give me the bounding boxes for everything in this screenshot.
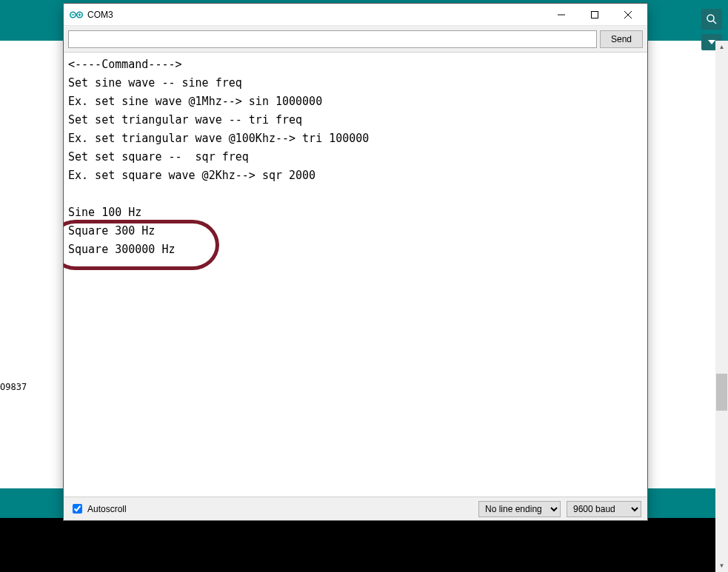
ide-scrollbar[interactable]: ▲ ▼ [715,41,728,572]
scroll-up-arrow-icon[interactable]: ▲ [715,41,728,53]
baud-rate-select[interactable]: 300 baud1200 baud2400 baud4800 baud9600 … [567,501,641,517]
svg-point-0 [707,15,714,21]
window-title: COM3 [87,10,544,20]
serial-input[interactable] [68,30,597,48]
scroll-down-arrow-icon[interactable]: ▼ [715,559,728,572]
ide-editor-text-fragment: O9837 [0,382,27,392]
svg-line-1 [713,21,716,24]
close-button[interactable] [611,4,644,26]
triangle-down-icon [708,40,715,44]
autoscroll-label: Autoscroll [87,504,127,514]
send-row: Send [64,26,647,53]
line-ending-select[interactable]: No line endingNewlineCarriage returnBoth… [478,501,561,517]
titlebar[interactable]: COM3 [64,4,647,26]
serial-output[interactable]: <----Command----> Set sine wave -- sine … [64,53,647,497]
scrollbar-thumb[interactable] [716,374,727,411]
minimize-icon [558,11,565,18]
send-button[interactable]: Send [600,30,643,48]
maximize-icon [591,11,598,18]
serial-output-text: <----Command----> Set sine wave -- sine … [68,55,643,259]
minimize-button[interactable] [544,4,578,26]
svg-marker-2 [708,40,715,44]
magnifier-icon [706,13,718,25]
arduino-icon [70,9,83,21]
ide-console-bg [0,518,728,572]
autoscroll-checkbox-wrap[interactable]: Autoscroll [70,502,127,516]
ide-serial-monitor-button[interactable] [701,9,722,30]
autoscroll-checkbox[interactable] [73,504,82,514]
svg-rect-9 [591,11,598,18]
serial-monitor-window: COM3 Send <----Command----> Set sine wav… [63,3,648,521]
close-icon [624,11,632,18]
bottom-bar: Autoscroll No line endingNewlineCarriage… [64,497,647,520]
maximize-button[interactable] [578,4,611,26]
